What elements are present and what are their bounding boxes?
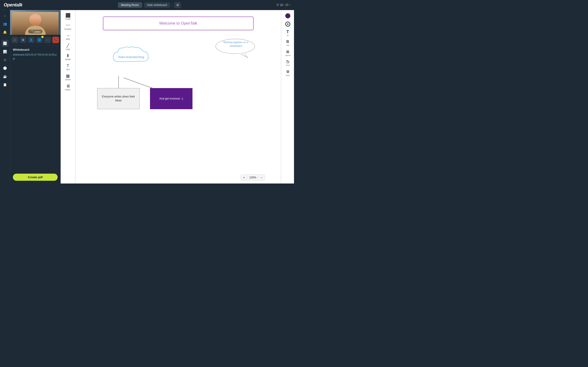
video-container: 🎤 Julian xyxy=(10,10,61,35)
text-size-num: 30 xyxy=(287,34,289,36)
box-purple-text: And get involved ;-) xyxy=(159,97,183,100)
layout-icon: ⊞ xyxy=(286,50,289,54)
create-pdf-button[interactable]: Create pdf xyxy=(13,174,58,181)
bold-icon: B xyxy=(286,40,289,44)
color-ring xyxy=(285,22,290,27)
expand-icon: › xyxy=(289,3,290,7)
whiteboard-title-box[interactable]: Welcome to OpenTalk xyxy=(103,17,254,30)
media-icon: ⬆ xyxy=(66,54,69,58)
participant-name: Julian xyxy=(34,30,41,33)
praese-label: Präse. xyxy=(65,89,71,91)
text-size-T: T xyxy=(286,30,289,34)
sidebar-item-history[interactable]: 🕐 xyxy=(1,65,9,72)
bubble-text: Working together on a whiteboard xyxy=(220,41,252,48)
zoom-in-button[interactable]: + xyxy=(241,175,247,181)
avatar-button[interactable]: 👤 xyxy=(28,37,35,43)
end-call-button[interactable]: 📞 xyxy=(52,37,59,43)
speech-bubble-container[interactable]: Working together on a whiteboard xyxy=(215,38,257,59)
screen-share-button[interactable]: 🖥 xyxy=(20,37,27,43)
sidebar-item-coffee[interactable]: ☕ xyxy=(1,73,9,80)
text-icon: T xyxy=(67,64,69,68)
settings-label: mehr xyxy=(285,74,290,76)
time-display: 20 : 27 xyxy=(280,3,288,7)
tool-praese[interactable]: 🖥 Präse. xyxy=(62,83,74,92)
grafik-label: Grafik xyxy=(65,18,70,20)
topbar-separator xyxy=(172,2,172,8)
controls-bar: 🎥 🖥 👤 🌐 ··· 📞 xyxy=(10,35,61,45)
reactions-button[interactable]: 🌐 xyxy=(36,37,43,43)
whiteboard-title: Whiteboard xyxy=(13,48,58,51)
sidebar-item-notes[interactable]: 📋 xyxy=(1,81,9,88)
pfeil-label: Pfeil xyxy=(66,38,70,40)
sidebar-item-participants[interactable]: 👥 xyxy=(1,20,9,27)
color-ring-inner xyxy=(287,23,288,25)
kritzeln-label: Kritzeln xyxy=(64,28,71,30)
box-white-text: Everyone writes down their ideas xyxy=(100,95,137,102)
camera-button[interactable]: 🎥 xyxy=(11,37,18,43)
whiteboard-link[interactable]: whiteboard-2023-05-10 T09:15:42+10.05.pd… xyxy=(13,53,57,60)
topbar-time: ⏱ 20 : 27 › xyxy=(276,3,290,7)
side-panel: 🎤 Julian 🎥 🖥 👤 🌐 ··· 📞 Whiteboard whiteb… xyxy=(10,10,61,184)
left-sidebar: ⌂ 👥 🔔 ⬜ 📊 ⊞ 🕐 ☕ 📋 xyxy=(0,10,10,184)
fullscreen-button[interactable]: ⊞ xyxy=(174,2,181,8)
right-tool-text-size[interactable]: T 30 xyxy=(283,28,293,38)
tool-kritzeln[interactable]: 〰 Kritzeln xyxy=(62,22,74,32)
topbar-center: Meeting Room Hide whiteboard ⊞ xyxy=(118,2,181,8)
whiteboard-box-white[interactable]: Everyone writes down their ideas xyxy=(97,88,140,109)
tool-pfeil[interactable]: → Pfeil xyxy=(62,32,74,42)
zoom-value: 100% xyxy=(247,176,258,179)
topbar: Opentalk Meeting Room Hide whiteboard ⊞ … xyxy=(0,0,294,10)
meeting-room-button[interactable]: Meeting Room xyxy=(118,2,142,8)
cloud-text: Team brainstorming xyxy=(118,55,144,59)
right-tool-ring[interactable] xyxy=(283,20,293,28)
whiteboard-box-purple[interactable]: And get involved ;-) xyxy=(150,88,192,109)
logo: Opentalk xyxy=(4,2,23,8)
main-layout: ⌂ 👥 🔔 ⬜ 📊 ⊞ 🕐 ☕ 📋 xyxy=(0,10,294,184)
right-tool-panel: T 30 B Stil ⊞ Layout Ty Font ⚙ mehr xyxy=(281,10,294,184)
speech-bubble: Working together on a whiteboard xyxy=(215,38,257,59)
sidebar-item-whiteboard[interactable]: ⬜ xyxy=(1,40,9,47)
right-tool-font[interactable]: Ty Font xyxy=(283,58,293,68)
video-name: 🎤 Julian xyxy=(28,30,43,33)
font-icon: Ty xyxy=(286,60,289,64)
zonen-label: Zonen xyxy=(65,78,71,81)
linie-icon: ╱ xyxy=(67,44,69,48)
color-circle xyxy=(285,13,290,18)
canvas-area: Welcome to OpenTalk Team brainstorming xyxy=(75,10,281,184)
sidebar-divider xyxy=(2,38,8,38)
pfeil-icon: → xyxy=(66,33,70,38)
praese-icon: 🖥 xyxy=(66,84,70,88)
sidebar-item-grid[interactable]: ⊞ xyxy=(1,56,9,64)
linie-label: Linie xyxy=(66,48,70,50)
grafik-icon: ⬛ xyxy=(65,13,70,17)
whiteboard-area: ⬛ Grafik 〰 Kritzeln → Pfeil ╱ Linie ⬆ Me… xyxy=(61,10,294,184)
right-tool-color[interactable] xyxy=(283,12,293,20)
kritzeln-icon: 〰 xyxy=(66,23,70,27)
mic-icon: 🎤 xyxy=(30,30,33,33)
whiteboard-title-text: Welcome to OpenTalk xyxy=(159,21,197,26)
left-tool-panel: ⬛ Grafik 〰 Kritzeln → Pfeil ╱ Linie ⬆ Me… xyxy=(61,10,75,184)
sidebar-item-chart[interactable]: 📊 xyxy=(1,48,9,55)
svg-line-2 xyxy=(124,78,152,88)
font-label: Font xyxy=(286,64,289,66)
tool-grafik[interactable]: ⬛ Grafik xyxy=(62,12,74,22)
whiteboard-info: Whiteboard whiteboard-2023-05-10 T09:15:… xyxy=(10,45,61,63)
bold-label: Stil xyxy=(286,44,289,46)
right-tool-bold[interactable]: B Stil xyxy=(283,38,293,48)
cloud-shape-container[interactable]: Team brainstorming xyxy=(111,46,151,69)
tool-linie[interactable]: ╱ Linie xyxy=(62,42,74,52)
more-options-button[interactable]: ··· xyxy=(44,37,51,43)
tool-zonen[interactable]: ▦ Zonen xyxy=(62,73,74,82)
right-tool-layout[interactable]: ⊞ Layout xyxy=(283,48,293,58)
hide-whiteboard-button[interactable]: Hide whiteboard xyxy=(144,2,170,8)
right-tool-settings[interactable]: ⚙ mehr xyxy=(283,68,293,78)
sidebar-item-notifications[interactable]: 🔔 xyxy=(1,28,9,36)
zoom-out-button[interactable]: − xyxy=(258,175,265,181)
zonen-icon: ▦ xyxy=(66,74,70,78)
settings-icon: ⚙ xyxy=(286,69,289,74)
tool-media[interactable]: ⬆ Media xyxy=(62,52,74,62)
cloud-svg: Team brainstorming xyxy=(111,46,151,69)
tool-text[interactable]: T Text xyxy=(62,62,74,72)
sidebar-item-home[interactable]: ⌂ xyxy=(1,12,9,19)
text-label: Text xyxy=(66,68,70,71)
